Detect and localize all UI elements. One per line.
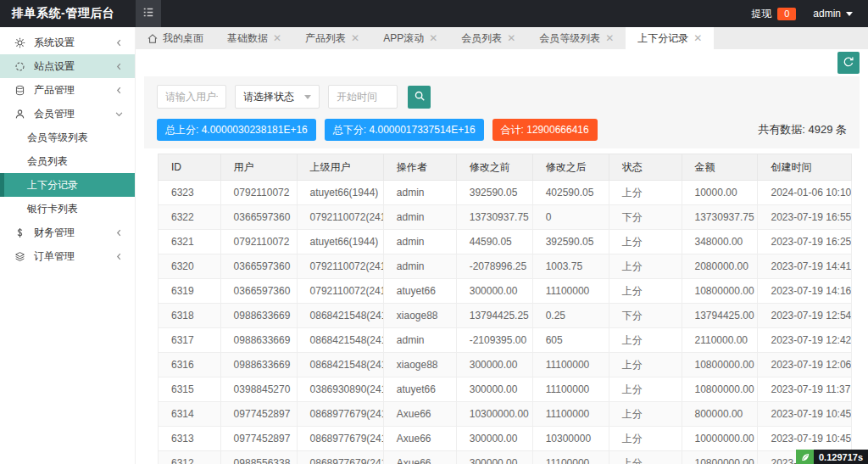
cell-operator: Axue66 — [383, 402, 456, 427]
start-time-input[interactable] — [328, 85, 398, 109]
sidebar-item[interactable]: 银行卡列表 — [0, 197, 135, 221]
user-number-input[interactable] — [157, 85, 226, 109]
column-header-parent-user: 上级用户 — [297, 154, 383, 181]
status-select[interactable]: 请选择状态 — [235, 85, 320, 109]
sidebar-item[interactable]: 系统设置 — [0, 31, 135, 54]
total-down-button[interactable]: 总下分: 4.0000017337514E+16 — [325, 119, 484, 141]
tab-close-icon[interactable]: ✕ — [351, 33, 359, 43]
table-row: 631903665973600792110072(2419)atuyet6630… — [159, 279, 852, 304]
tab-close-icon[interactable]: ✕ — [507, 33, 515, 43]
cell-user: 0977452897 — [220, 402, 297, 427]
cell-before: 300000.00 — [456, 279, 532, 304]
sidebar-item-label: 订单管理 — [34, 249, 75, 264]
status-select-value: 请选择状态 — [243, 90, 294, 104]
withdraw-label: 提现 — [751, 7, 771, 21]
cell-user: 0988633669 — [220, 353, 297, 377]
user-menu[interactable]: admin — [813, 8, 853, 20]
cell-parent-user: atuyet66(1944) — [297, 230, 383, 254]
tab-close-icon[interactable]: ✕ — [693, 33, 702, 43]
sidebar-item[interactable]: 产品管理 — [0, 78, 135, 102]
withdraw-link[interactable]: 提现 0 — [751, 7, 796, 21]
tab[interactable]: APP滚动 ✕ — [371, 27, 449, 49]
table-row: 631409774528970868977679(2411)Axue661030… — [159, 402, 852, 427]
column-header-created-at: 创建时间 — [758, 154, 852, 181]
record-count-label: 共有数据: — [758, 123, 805, 136]
cell-before: 392590.05 — [456, 181, 532, 205]
cell-before: 300000.00 — [456, 427, 532, 451]
tab[interactable]: 会员等级列表 ✕ — [527, 27, 626, 49]
sidebar-item[interactable]: 站点设置 — [0, 54, 135, 78]
sidebar-item-label: 银行卡列表 — [27, 202, 78, 216]
cell-operator: admin — [383, 181, 456, 205]
cell-before: 13794425.25 — [456, 304, 532, 328]
cell-status: 上分 — [609, 427, 682, 451]
sidebar-item[interactable]: 订单管理 — [0, 244, 135, 268]
cell-created-at: 2023-07-19 14:16:36 — [758, 279, 852, 304]
search-button[interactable] — [408, 86, 431, 109]
tab[interactable]: 产品列表 ✕ — [293, 27, 371, 49]
globe-icon — [14, 60, 26, 73]
refresh-button[interactable] — [837, 52, 860, 74]
cell-user: 0366597360 — [220, 279, 297, 304]
cell-after: 1003.75 — [532, 254, 609, 279]
tab-close-icon[interactable]: ✕ — [429, 33, 437, 43]
cell-amount: 10800000.00 — [682, 451, 758, 464]
sidebar-item[interactable]: 上下分记录 — [0, 173, 135, 197]
performance-badge: 0.129717s — [796, 450, 868, 464]
sidebar-item-label: 财务管理 — [34, 226, 75, 240]
content-toolbar — [136, 49, 868, 76]
cell-user: 0366597360 — [220, 254, 297, 279]
column-header-before: 修改之前 — [456, 154, 532, 181]
chevron-down-icon — [846, 12, 853, 16]
cell-user: 0792110072 — [220, 230, 297, 254]
tab-close-icon[interactable]: ✕ — [605, 33, 614, 43]
chevron-down-icon — [304, 95, 311, 99]
search-icon — [414, 90, 426, 104]
cell-id: 6316 — [159, 353, 221, 377]
cell-before: 10300000.00 — [456, 402, 532, 427]
tab[interactable]: 会员列表 ✕ — [449, 27, 527, 49]
layers-icon — [14, 250, 26, 263]
cell-id: 6321 — [159, 230, 221, 254]
database-icon — [14, 84, 26, 97]
cell-id: 6320 — [159, 254, 221, 279]
table-row: 631209885563380868977679(2411)Axue663000… — [159, 451, 852, 464]
cell-created-at: 2023-07-19 10:45:23 — [758, 402, 852, 427]
cell-user: 0988556338 — [220, 451, 297, 464]
cell-user: 0988633669 — [220, 304, 297, 328]
dollar-icon — [14, 226, 26, 239]
table-row: 631609886336690868421548(2417)xiaoge8830… — [159, 353, 852, 377]
sidebar-item[interactable]: 会员列表 — [0, 149, 135, 173]
cell-status: 上分 — [609, 279, 682, 304]
cell-operator: admin — [383, 328, 456, 353]
cell-amount: 10800000.00 — [682, 377, 758, 402]
cell-parent-user: atuyet66(1944) — [297, 181, 383, 205]
cell-operator: xiaoge88 — [383, 304, 456, 328]
cell-status: 上分 — [609, 328, 682, 353]
sidebar-item[interactable]: 会员等级列表 — [0, 126, 135, 149]
sidebar-item-label: 上下分记录 — [27, 178, 78, 193]
tab-close-icon[interactable]: ✕ — [273, 33, 281, 43]
user-icon — [14, 108, 26, 120]
cell-amount: 10800000.00 — [682, 353, 758, 377]
cell-status: 上分 — [609, 181, 682, 205]
cell-operator: Axue66 — [383, 451, 456, 464]
tab[interactable]: 上下分记录 ✕ — [626, 27, 714, 49]
cell-parent-user: 0868977679(2411) — [297, 427, 383, 451]
tab[interactable]: 基础数据 ✕ — [215, 27, 293, 49]
total-up-button[interactable]: 总上分: 4.0000030238181E+16 — [157, 119, 316, 141]
tab-bar: 我的桌面 基础数据 ✕ 产品列表 ✕ APP滚动 ✕ 会员列表 ✕ 会员等级列表… — [136, 27, 868, 49]
chevron-left-icon — [115, 63, 123, 70]
cell-after: 11100000 — [532, 377, 609, 402]
menu-toggle-button[interactable] — [136, 0, 161, 27]
total-sum-button[interactable]: 合计: 12900666416 — [492, 119, 598, 141]
cell-id: 6315 — [159, 377, 221, 402]
cell-created-at: 2023-07-19 12:06:39 — [758, 353, 852, 377]
cell-status: 上分 — [609, 353, 682, 377]
tab[interactable]: 我的桌面 — [136, 27, 215, 49]
cell-operator: atuyet66 — [383, 377, 456, 402]
sidebar-item[interactable]: 财务管理 — [0, 221, 135, 244]
column-header-operator: 操作者 — [383, 154, 456, 181]
sidebar-item[interactable]: 会员管理 — [0, 102, 135, 126]
cell-parent-user: 0868977679(2411) — [297, 402, 383, 427]
